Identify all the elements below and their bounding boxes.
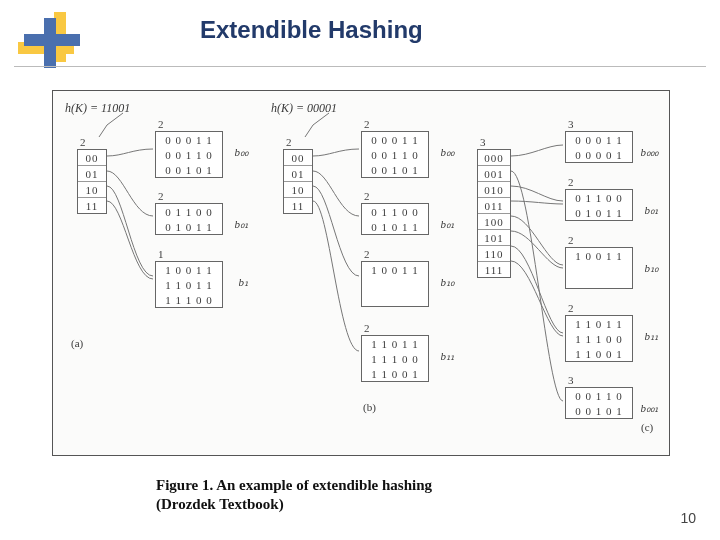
bucket-a-00: 2 0 0 0 1 1 0 0 1 1 0 0 0 1 0 1 b₀₀ [155, 131, 223, 178]
bucket-depth: 2 [364, 190, 370, 202]
bucket-c-001: 3 0 0 1 1 0 0 0 1 0 1 b₀₀₁ [565, 387, 633, 419]
dir-depth-c: 3 [480, 136, 486, 148]
bucket-key: 0 0 0 1 1 [362, 132, 428, 147]
dir-slot: 000 [478, 150, 510, 166]
dir-slot: 111 [478, 262, 510, 277]
subfig-label-b: (b) [363, 401, 376, 413]
bucket-key: 1 1 1 0 0 [362, 351, 428, 366]
dir-slot: 11 [78, 198, 106, 213]
bucket-a-01: 2 0 1 1 0 0 0 1 0 1 1 b₀₁ [155, 203, 223, 235]
bucket-depth: 3 [568, 118, 574, 130]
figure-box: h(K) = 11001 2 00 01 10 11 2 0 0 0 1 1 0… [52, 90, 670, 456]
bucket-label: b₁ [239, 276, 249, 289]
hk-label-a: h(K) = 11001 [65, 101, 130, 116]
bucket-b-01: 2 0 1 1 0 0 0 1 0 1 1 b₀₁ [361, 203, 429, 235]
caption-line2: (Drozdek Textbook) [156, 496, 284, 512]
bucket-key: 0 1 0 1 1 [362, 219, 428, 234]
bucket-key: 0 1 0 1 1 [566, 205, 632, 220]
bucket-key: 1 1 1 0 0 [156, 292, 222, 307]
bucket-key: 0 0 0 1 1 [156, 132, 222, 147]
dir-slot: 00 [78, 150, 106, 166]
bucket-depth: 2 [568, 234, 574, 246]
dir-slot: 101 [478, 230, 510, 246]
bucket-key: 0 0 1 1 0 [566, 388, 632, 403]
bucket-key: 1 1 0 1 1 [566, 316, 632, 331]
dir-slot: 110 [478, 246, 510, 262]
bucket-label: b₁₁ [645, 330, 659, 343]
bucket-label: b₀₀₁ [641, 402, 659, 415]
bucket-label: b₀₁ [235, 218, 249, 231]
bucket-label: b₀₀₀ [641, 146, 659, 159]
bucket-depth: 2 [568, 302, 574, 314]
bucket-depth: 2 [364, 322, 370, 334]
bucket-label: b₁₀ [441, 276, 455, 289]
subfig-label-a: (a) [71, 337, 83, 349]
dir-slot: 01 [284, 166, 312, 182]
dir-depth-a: 2 [80, 136, 86, 148]
bucket-key: 0 0 1 0 1 [362, 162, 428, 177]
bucket-depth: 2 [158, 118, 164, 130]
bucket-key: 0 0 1 1 0 [156, 147, 222, 162]
hk-label-b: h(K) = 00001 [271, 101, 337, 116]
dir-slot: 00 [284, 150, 312, 166]
bucket-key: 0 0 1 0 1 [156, 162, 222, 177]
directory-b: 2 00 01 10 11 [283, 149, 313, 214]
bucket-depth: 2 [568, 176, 574, 188]
bucket-key: 0 0 1 1 0 [362, 147, 428, 162]
bucket-key: 1 1 0 0 1 [566, 346, 632, 361]
bucket-label: b₀₀ [235, 146, 249, 159]
bucket-key: 1 1 0 0 1 [362, 366, 428, 381]
dir-slot: 001 [478, 166, 510, 182]
bucket-key: 0 1 1 0 0 [362, 204, 428, 219]
panel-b: h(K) = 00001 2 00 01 10 11 2 0 0 0 1 1 0… [269, 101, 469, 421]
bucket-depth: 2 [364, 118, 370, 130]
bucket-key: 0 1 0 1 1 [156, 219, 222, 234]
bucket-b-11: 2 1 1 0 1 1 1 1 1 0 0 1 1 0 0 1 b₁₁ [361, 335, 429, 382]
dir-slot: 10 [284, 182, 312, 198]
bucket-c-11: 2 1 1 0 1 1 1 1 1 0 0 1 1 0 0 1 b₁₁ [565, 315, 633, 362]
dir-slot: 11 [284, 198, 312, 213]
bucket-key: 0 1 1 0 0 [156, 204, 222, 219]
bucket-c-000: 3 0 0 0 1 1 0 0 0 0 1 b₀₀₀ [565, 131, 633, 163]
page-number: 10 [680, 510, 696, 526]
directory-c: 3 000 001 010 011 100 101 110 111 [477, 149, 511, 278]
bucket-a-1: 1 1 0 0 1 1 1 1 0 1 1 1 1 1 0 0 b₁ [155, 261, 223, 308]
dir-slot: 10 [78, 182, 106, 198]
panel-a: h(K) = 11001 2 00 01 10 11 2 0 0 0 1 1 0… [63, 101, 263, 361]
bucket-key: 0 1 1 0 0 [566, 190, 632, 205]
bucket-c-01: 2 0 1 1 0 0 0 1 0 1 1 b₀₁ [565, 189, 633, 221]
bucket-b-10: 2 1 0 0 1 1 b₁₀ [361, 261, 429, 307]
bucket-key: 1 0 0 1 1 [362, 262, 428, 277]
bucket-depth: 2 [364, 248, 370, 260]
bucket-label: b₀₁ [645, 204, 659, 217]
title-rule [14, 66, 706, 67]
panel-c: 3 000 001 010 011 100 101 110 111 3 0 0 … [471, 101, 671, 441]
dir-slot: 011 [478, 198, 510, 214]
bucket-label: b₀₁ [441, 218, 455, 231]
bucket-c-10: 2 1 0 0 1 1 b₁₀ [565, 247, 633, 289]
bucket-key: 1 1 0 1 1 [156, 277, 222, 292]
caption-line1: Figure 1. An example of extendible hashi… [156, 477, 432, 493]
bucket-key: 0 0 0 1 1 [566, 132, 632, 147]
bucket-key: 1 0 0 1 1 [566, 248, 632, 263]
bucket-key: 0 0 0 0 1 [566, 147, 632, 162]
bucket-label: b₁₀ [645, 262, 659, 275]
slide-title: Extendible Hashing [200, 16, 423, 44]
bucket-label: b₀₀ [441, 146, 455, 159]
bucket-key: 1 0 0 1 1 [156, 262, 222, 277]
dir-slot: 100 [478, 214, 510, 230]
figure-caption: Figure 1. An example of extendible hashi… [156, 476, 432, 514]
dir-slot: 010 [478, 182, 510, 198]
bucket-depth: 1 [158, 248, 164, 260]
bucket-key: 1 1 1 0 0 [566, 331, 632, 346]
bucket-key: 1 1 0 1 1 [362, 336, 428, 351]
bucket-b-00: 2 0 0 0 1 1 0 0 1 1 0 0 0 1 0 1 b₀₀ [361, 131, 429, 178]
bucket-label: b₁₁ [441, 350, 455, 363]
bucket-depth: 3 [568, 374, 574, 386]
subfig-label-c: (c) [641, 421, 653, 433]
bucket-key: 0 0 1 0 1 [566, 403, 632, 418]
directory-a: 2 00 01 10 11 [77, 149, 107, 214]
dir-slot: 01 [78, 166, 106, 182]
bucket-depth: 2 [158, 190, 164, 202]
dir-depth-b: 2 [286, 136, 292, 148]
